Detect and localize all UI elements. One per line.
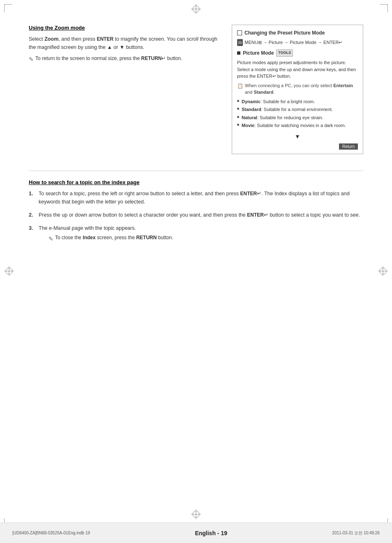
- return-btn-container: Return: [237, 143, 358, 150]
- step-2-text: Press the up or down arrow button to sel…: [39, 211, 360, 219]
- info-box-desc: Picture modes apply preset adjustments t…: [237, 59, 358, 80]
- bullet-item-text: Dynamic: Suitable for a bright room.: [242, 98, 315, 105]
- down-arrow-icon: ▼: [237, 132, 358, 141]
- main-content: Using the Zoom mode Select Zoom, and the…: [0, 0, 392, 273]
- zoom-left-content: Using the Zoom mode Select Zoom, and the…: [29, 25, 219, 154]
- menu-path-text: MENU⊞ → Picture → Picture Mode → ENTER↵: [244, 39, 342, 46]
- list-item: Movie: Suitable for watching movies in a…: [237, 122, 358, 129]
- footer-file-info: [UD6400-ZA]BN68-03525A-01Eng.indb 19: [12, 531, 90, 535]
- enter-key-1: ENTER: [240, 191, 257, 196]
- zoom-note: ✎ To return to the screen to normal size…: [29, 55, 219, 62]
- reg-mark-bottom: [191, 509, 201, 520]
- list-item: Natural: Suitable for reducing eye strai…: [237, 114, 358, 121]
- zoom-title: Using the Zoom mode: [29, 25, 219, 31]
- list-item-2: 2. Press the up or down arrow button to …: [29, 211, 363, 219]
- step-number-2: 2.: [29, 211, 35, 219]
- bullet-dot-icon: [237, 116, 239, 118]
- zoom-body: Select Zoom, and then press ENTER to mag…: [29, 35, 219, 51]
- zoom-note-text: To return to the screen to normal size, …: [35, 55, 182, 61]
- bullet-dot-icon: [237, 124, 239, 126]
- list-item-3: 3. The e-Manual page with the topic appe…: [29, 224, 363, 243]
- bullet-dot-icon: [237, 100, 239, 102]
- step-3-text: The e-Manual page with the topic appears…: [39, 225, 136, 231]
- bullet-dot-icon: [237, 108, 239, 110]
- numbered-list: 1. To search for a topic, press the left…: [29, 189, 363, 244]
- enter-key-label: ENTER: [97, 36, 113, 42]
- bullet-item-text: Natural: Suitable for reducing eye strai…: [242, 114, 323, 121]
- info-note-text: When connecting a PC, you can only selec…: [245, 82, 358, 96]
- info-box-container: Changing the Preset Picture Mode m MENU⊞…: [232, 25, 363, 154]
- step-3-container: The e-Manual page with the topic appears…: [39, 224, 173, 243]
- step-3-note-text: To close the Index screen, press the RET…: [55, 234, 173, 242]
- return-key-label: RETURN: [141, 55, 161, 61]
- page-container: Using the Zoom mode Select Zoom, and the…: [0, 0, 392, 543]
- info-note-icon: 📋: [237, 82, 243, 90]
- menu-path: m MENU⊞ → Picture → Picture Mode → ENTER…: [237, 39, 358, 46]
- note-pencil-icon: ✎: [29, 56, 34, 62]
- step-number-3: 3.: [29, 224, 35, 232]
- footer-timestamp: 2011-03-31 오전 10:49:26: [332, 530, 380, 536]
- search-title: How to search for a topic on the index p…: [29, 179, 363, 185]
- info-box: Changing the Preset Picture Mode m MENU⊞…: [232, 25, 363, 154]
- footer-page-number: English - 19: [195, 530, 227, 536]
- info-box-title: Changing the Preset Picture Mode: [237, 29, 358, 37]
- note-pencil-icon-2: ✎: [48, 234, 53, 243]
- zoom-mode-section: Using the Zoom mode Select Zoom, and the…: [29, 25, 363, 154]
- return-button[interactable]: Return: [339, 143, 358, 150]
- list-item-1: 1. To search for a topic, press the left…: [29, 189, 363, 206]
- zoom-paragraph: Select Zoom, and then press ENTER to mag…: [29, 35, 219, 51]
- section-divider: [29, 171, 363, 171]
- step-number-1: 1.: [29, 189, 35, 198]
- square-bullet-icon: [237, 51, 240, 55]
- info-note: 📋 When connecting a PC, you can only sel…: [237, 82, 358, 96]
- step-3-note: ✎ To close the Index screen, press the R…: [48, 234, 173, 243]
- footer: [UD6400-ZA]BN68-03525A-01Eng.indb 19 Eng…: [0, 522, 392, 543]
- search-section: How to search for a topic on the index p…: [29, 179, 363, 244]
- tools-badge: TOOLS: [276, 49, 293, 57]
- bullet-item-text: Movie: Suitable for watching movies in a…: [242, 122, 346, 129]
- bullet-item-text: Standard: Suitable for a normal environm…: [242, 106, 333, 113]
- picture-mode-title: Picture Mode TOOLS: [237, 49, 358, 57]
- info-box-title-text: Changing the Preset Picture Mode: [244, 29, 325, 37]
- list-item: Standard: Suitable for a normal environm…: [237, 106, 358, 113]
- list-item: Dynamic: Suitable for a bright room.: [237, 98, 358, 105]
- zoom-bold: Zoom: [44, 36, 58, 42]
- bullet-list: Dynamic: Suitable for a bright room. Sta…: [237, 98, 358, 129]
- enter-key-2: ENTER: [247, 212, 264, 218]
- picture-mode-label: Picture Mode: [243, 49, 274, 57]
- menu-icon: m: [237, 39, 243, 46]
- checkbox-icon: [237, 30, 242, 35]
- step-1-text: To search for a topic, press the left or…: [39, 189, 363, 206]
